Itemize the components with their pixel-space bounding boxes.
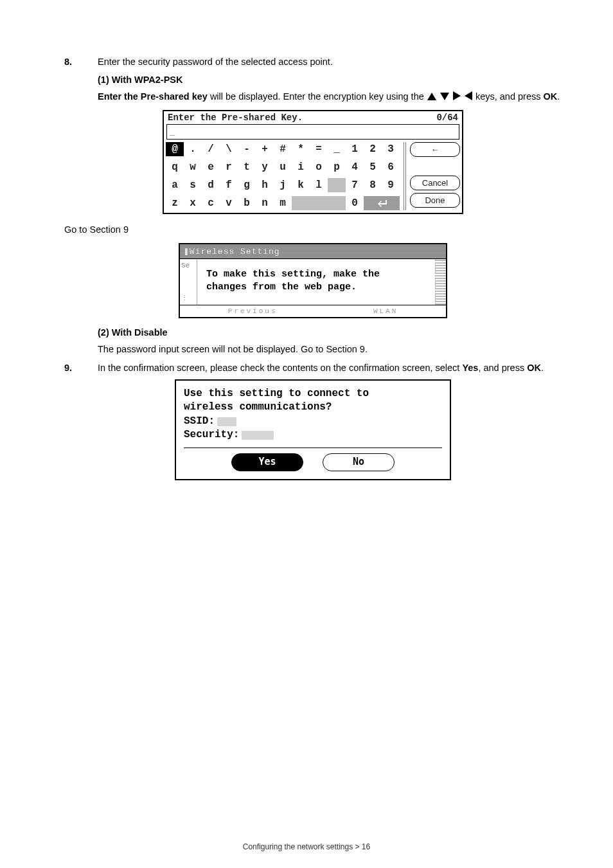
ws-footer-left: Previous [228, 307, 278, 315]
key-2[interactable]: 2 [364, 142, 382, 156]
key-6[interactable]: 6 [382, 160, 400, 174]
page-footer: Configuring the network settings > 16 [0, 842, 613, 851]
key-h[interactable]: h [256, 178, 274, 192]
section-1-lead: will be displayed. Enter the encryption … [208, 91, 427, 102]
section-1-heading: (1) With WPA2-PSK [98, 75, 562, 85]
arrow-left-icon [465, 91, 472, 100]
key-minus[interactable]: - [238, 142, 256, 156]
arrow-up-icon [427, 93, 436, 100]
key-u[interactable]: u [274, 160, 292, 174]
ws-message-line1: To make this setting, make the [206, 268, 429, 281]
key-g[interactable]: g [238, 178, 256, 192]
conf-security-value [242, 431, 274, 440]
key-x[interactable]: x [184, 196, 202, 210]
psk-input-field[interactable]: _ [166, 124, 459, 140]
section-1-tail: keys, and press [475, 91, 544, 102]
key-j[interactable]: j [274, 178, 292, 192]
ws-message-line2: changes from the web page. [206, 281, 429, 294]
enter-psk-label: Enter the Pre-shared key [98, 91, 208, 102]
conf-ssid-label: SSID: [184, 415, 215, 429]
key-v[interactable]: v [220, 196, 238, 210]
cancel-button[interactable]: Cancel [410, 176, 460, 190]
key-n[interactable]: n [256, 196, 274, 210]
key-p[interactable]: p [328, 160, 346, 174]
ws-footer-right: WLAN [373, 307, 398, 315]
no-button[interactable]: No [323, 453, 395, 471]
section-2-text: The password input screen will not be di… [98, 343, 562, 356]
key-r[interactable]: r [220, 160, 238, 174]
conf-ssid-value [217, 417, 236, 426]
backspace-button[interactable]: ← [410, 142, 460, 157]
step-9-text-a: In the confirmation screen, please check… [98, 363, 462, 373]
key-backslash[interactable]: \ [220, 142, 238, 156]
period-1: . [557, 91, 560, 102]
step-9-text-b: , and press [478, 363, 527, 373]
conf-line-1: Use this setting to connect to [184, 387, 442, 401]
key-at[interactable]: @ [166, 142, 184, 156]
key-t[interactable]: t [238, 160, 256, 174]
key-y[interactable]: y [256, 160, 274, 174]
key-blank-1[interactable] [328, 178, 346, 192]
arrow-right-icon [453, 91, 461, 100]
key-s[interactable]: s [184, 178, 202, 192]
conf-line-2: wireless communications? [184, 401, 442, 415]
key-z[interactable]: z [166, 196, 184, 210]
key-m[interactable]: m [274, 196, 292, 210]
key-enter[interactable] [364, 196, 400, 210]
arrow-down-icon [440, 93, 449, 100]
period-2: . [541, 363, 544, 373]
section-2-heading: (2) With Disable [98, 327, 562, 338]
key-b[interactable]: b [238, 196, 256, 210]
key-a[interactable]: a [166, 178, 184, 192]
wireless-setting-panel: ❚Wireless Setting Se ⋮ To make this sett… [179, 243, 447, 318]
key-underscore[interactable]: _ [328, 142, 346, 156]
key-1[interactable]: 1 [346, 142, 364, 156]
key-space[interactable] [292, 196, 346, 210]
ok-label-1: OK [544, 91, 558, 102]
psk-entry-panel: Enter the Pre-shared Key. 0/64 _ @ . / \… [163, 110, 463, 214]
ws-scrollbar[interactable] [435, 259, 446, 305]
key-o[interactable]: o [310, 160, 328, 174]
enter-icon [377, 199, 387, 207]
key-7[interactable]: 7 [346, 178, 364, 192]
key-9[interactable]: 9 [382, 178, 400, 192]
key-l[interactable]: l [310, 178, 328, 192]
key-w[interactable]: w [184, 160, 202, 174]
step-8-number: 8. [64, 57, 98, 67]
key-0[interactable]: 0 [346, 196, 364, 210]
conf-security-label: Security: [184, 428, 239, 442]
psk-entry-title: Enter the Pre-shared Key. [168, 113, 303, 123]
key-k[interactable]: k [292, 178, 310, 192]
yes-button[interactable]: Yes [231, 453, 303, 471]
done-button[interactable]: Done [410, 193, 460, 208]
key-e[interactable]: e [202, 160, 220, 174]
key-i[interactable]: i [292, 160, 310, 174]
conf-divider [184, 448, 442, 448]
psk-entry-counter: 0/64 [436, 113, 458, 123]
goto-section-9: Go to Section 9 [64, 223, 562, 237]
side-spacer [410, 159, 460, 173]
key-hash[interactable]: # [274, 142, 292, 156]
step-8-text: Enter the security password of the selec… [98, 57, 562, 67]
key-slash[interactable]: / [202, 142, 220, 156]
key-equals[interactable]: = [310, 142, 328, 156]
confirmation-dialog: Use this setting to connect to wireless … [175, 379, 451, 480]
key-3[interactable]: 3 [382, 142, 400, 156]
key-dot[interactable]: . [184, 142, 202, 156]
key-5[interactable]: 5 [364, 160, 382, 174]
key-4[interactable]: 4 [346, 160, 364, 174]
ok-label-2: OK [527, 363, 541, 373]
key-q[interactable]: q [166, 160, 184, 174]
step-9-number: 9. [64, 363, 98, 373]
key-star[interactable]: * [292, 142, 310, 156]
key-plus[interactable]: + [256, 142, 274, 156]
key-c[interactable]: c [202, 196, 220, 210]
wireless-setting-title: ❚Wireless Setting [180, 244, 446, 258]
ws-left-label: Se [181, 262, 195, 269]
key-8[interactable]: 8 [364, 178, 382, 192]
key-d[interactable]: d [202, 178, 220, 192]
step-9-yes: Yes [462, 363, 478, 373]
key-f[interactable]: f [220, 178, 238, 192]
